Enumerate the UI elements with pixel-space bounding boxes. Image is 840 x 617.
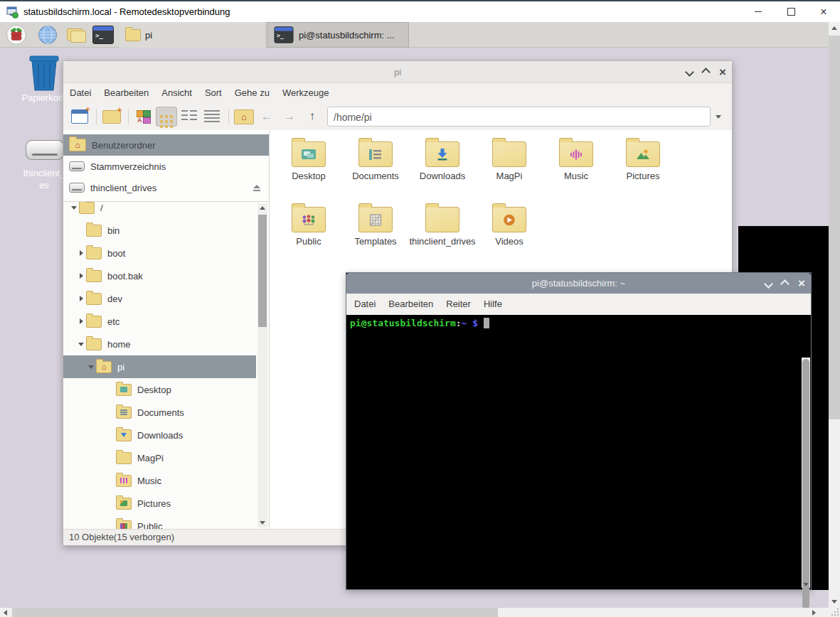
file-videos[interactable]: Videos [476, 201, 543, 264]
terminal-scrollbar-thumb[interactable] [802, 359, 809, 608]
close-icon[interactable]: × [807, 1, 840, 22]
vertical-scrollbar-thumb[interactable] [829, 36, 840, 419]
forward-button[interactable]: → [279, 107, 300, 127]
terminal-scrollbar[interactable] [802, 358, 810, 588]
menu-reiter[interactable]: Reiter [440, 294, 477, 314]
rdp-horizontal-scrollbar[interactable] [0, 608, 829, 617]
harddisk-icon [69, 161, 85, 171]
horizontal-scrollbar-thumb[interactable] [12, 608, 498, 617]
tree-item-bin[interactable]: bin [63, 219, 256, 242]
place-home[interactable]: ⌂ Benutzerordner [63, 134, 269, 156]
file-magpi[interactable]: MagPi [476, 136, 543, 198]
desktop-drive-icon[interactable] [26, 140, 64, 160]
place-root[interactable]: Stammverzeichnis [63, 156, 269, 177]
file-manager-titlebar[interactable]: pi × [63, 61, 732, 83]
tree-item-etc[interactable]: etc [63, 310, 256, 333]
file-manager-toolbar: ⌂ ← → ↑ /home/pi [63, 103, 732, 131]
tree-item-music[interactable]: Music [63, 469, 256, 492]
thumbnail-view-button[interactable] [133, 107, 154, 127]
minimize-icon[interactable] [686, 65, 693, 78]
rdp-window-title: statusbildschirm.local - Remotedesktopve… [23, 1, 230, 22]
resize-grip[interactable] [829, 608, 840, 617]
rdp-titlebar[interactable]: statusbildschirm.local - Remotedesktopve… [0, 0, 840, 22]
place-thinclient-drives[interactable]: thinclient_drives [63, 177, 269, 198]
menu-bearbeiten[interactable]: Bearbeiten [97, 83, 155, 103]
folder-icon [125, 29, 141, 41]
icon-view-button[interactable] [156, 107, 177, 127]
file-documents[interactable]: Documents [342, 136, 409, 198]
home-folder-icon: ⌂ [69, 139, 86, 151]
desktop-trash-icon[interactable] [27, 53, 61, 92]
taskbar-task-terminal[interactable]: pi@statusbildschirm: ... [267, 22, 409, 48]
tree-item-public[interactable]: Public [63, 515, 256, 529]
tree-item-root[interactable]: / [63, 202, 256, 219]
menu-datei[interactable]: Datei [63, 83, 97, 103]
file-manager-menubar: Datei Bearbeiten Ansicht Sort Gehe zu We… [63, 83, 732, 103]
menu-bearbeiten[interactable]: Bearbeiten [382, 294, 440, 314]
task-label: pi [145, 30, 152, 41]
minimize-icon[interactable] [742, 1, 775, 22]
rdp-app-icon [6, 6, 18, 18]
new-window-button[interactable] [69, 107, 90, 127]
home-button[interactable]: ⌂ [233, 107, 255, 127]
raspberry-menu-icon[interactable] [6, 24, 27, 45]
tree-scrollbar-thumb[interactable] [258, 215, 267, 327]
close-icon[interactable]: × [798, 277, 805, 289]
rdp-vertical-scrollbar[interactable] [829, 22, 840, 608]
menu-werkzeuge[interactable]: Werkzeuge [276, 83, 336, 103]
tree-item-downloads[interactable]: Downloads [63, 424, 256, 446]
menu-gehezu[interactable]: Gehe zu [228, 83, 276, 103]
path-input[interactable]: /home/pi [327, 107, 711, 127]
detailed-view-button[interactable] [201, 107, 223, 127]
compact-view-button[interactable] [179, 107, 200, 127]
tree-item-desktop[interactable]: Desktop [63, 378, 256, 401]
file-pictures[interactable]: Pictures [610, 136, 676, 198]
terminal-launcher-icon[interactable] [92, 24, 114, 45]
remote-desktop: Papierkorb thinclient_ es [0, 22, 829, 608]
task-label: pi@statusbildschirm: ... [299, 30, 395, 41]
eject-icon[interactable] [253, 185, 260, 191]
tree-item-magpi[interactable]: MagPi [63, 446, 256, 469]
path-dropdown-button[interactable] [711, 107, 726, 127]
window-controls: × [765, 273, 805, 294]
file-downloads[interactable]: Downloads [409, 136, 476, 198]
close-icon[interactable]: × [719, 66, 726, 78]
terminal-titlebar[interactable]: pi@statusbildschirm: ~ × [346, 273, 811, 294]
minimize-icon[interactable] [765, 277, 772, 290]
up-button[interactable]: ↑ [302, 107, 323, 127]
maximize-icon[interactable] [703, 65, 709, 78]
file-music[interactable]: Music [543, 136, 610, 198]
tree-item-boot[interactable]: boot [63, 242, 256, 264]
tree-scrollbar[interactable] [257, 203, 267, 527]
terminal-window: pi@statusbildschirm: ~ × Datei Bearbeite… [346, 272, 812, 590]
taskbar-task-pi[interactable]: pi [119, 22, 266, 48]
file-public[interactable]: Public [275, 201, 342, 264]
file-manager-icon[interactable] [65, 24, 87, 45]
maximize-icon[interactable] [775, 1, 807, 22]
file-manager-title: pi [63, 67, 732, 77]
terminal-menubar: Datei Bearbeiten Reiter Hilfe [346, 294, 811, 316]
terminal-icon [275, 26, 294, 43]
browser-globe-icon[interactable] [37, 24, 58, 45]
maximize-icon[interactable] [782, 277, 788, 290]
drive-icon [69, 183, 85, 193]
menu-hilfe[interactable]: Hilfe [477, 294, 509, 314]
tree-item-pictures[interactable]: Pictures [63, 492, 256, 515]
file-desktop[interactable]: Desktop [275, 136, 342, 198]
tree-item-pi[interactable]: ⌂ pi [63, 355, 256, 378]
tree-item-documents[interactable]: Documents [63, 401, 256, 424]
place-label: Benutzerordner [92, 140, 156, 151]
file-templates[interactable]: Templates [342, 201, 409, 264]
file-thinclient-drives[interactable]: thinclient_drives [409, 201, 476, 264]
tree-item-dev[interactable]: dev [63, 287, 256, 310]
file-manager-sidebar: ⌂ Benutzerordner Stammverzeichnis thincl… [63, 130, 270, 529]
taskbar: pi pi@statusbildschirm: ... [0, 22, 829, 48]
tree-item-boot-bak[interactable]: boot.bak [63, 264, 256, 287]
menu-sort[interactable]: Sort [198, 83, 228, 103]
tree-item-home[interactable]: home [63, 333, 256, 355]
new-folder-button[interactable] [101, 107, 122, 127]
terminal-output[interactable]: pi@statusbildschirm:~ $ [346, 315, 811, 589]
menu-ansicht[interactable]: Ansicht [155, 83, 198, 103]
back-button[interactable]: ← [256, 107, 277, 127]
menu-datei[interactable]: Datei [348, 294, 382, 314]
